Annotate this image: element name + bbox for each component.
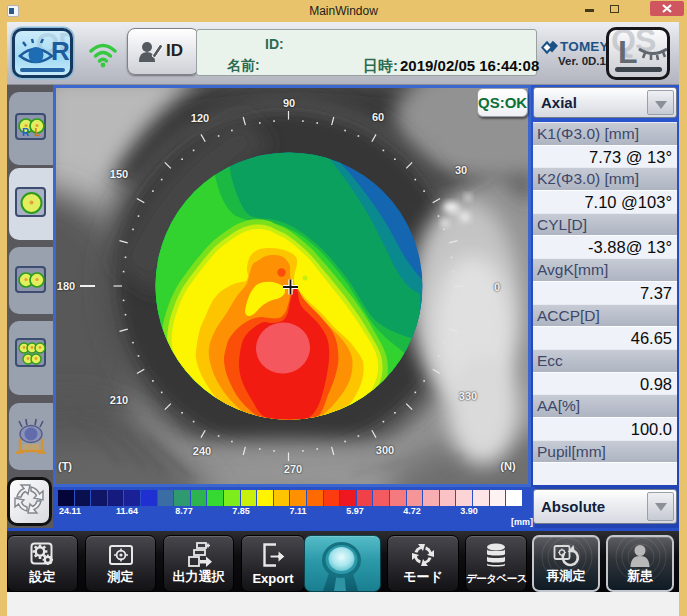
svg-text:L: L (35, 127, 41, 138)
svg-text:R: R (22, 127, 30, 138)
